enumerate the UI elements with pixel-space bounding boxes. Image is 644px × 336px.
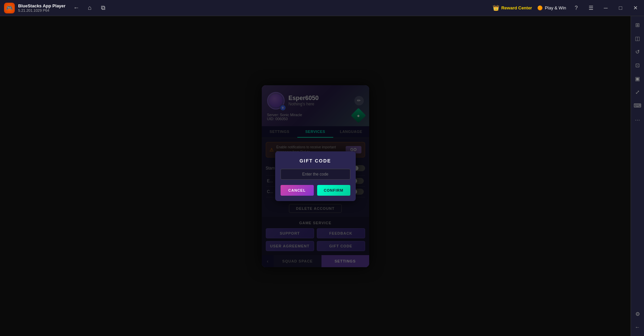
layout-icon[interactable]: ⊞ <box>632 19 644 31</box>
maximize-button[interactable]: □ <box>616 3 625 13</box>
modal-overlay: GIFT CODE CANCEL CONFIRM <box>262 85 369 267</box>
play-win-button[interactable]: 🟠 Play & Win <box>537 5 566 10</box>
home-button[interactable]: ⌂ <box>84 3 95 13</box>
game-panel: 9 Esper6050 Nothing's here ✏ Server: Son… <box>262 85 369 267</box>
modal-buttons: CANCEL CONFIRM <box>281 185 350 196</box>
camera-icon[interactable]: ⊡ <box>632 59 644 71</box>
back-button[interactable]: ← <box>71 3 82 13</box>
hamburger-button[interactable]: ☰ <box>586 3 596 13</box>
app-name: BlueStacks App Player <box>18 3 65 9</box>
topbar-right: 👑 Reward Center 🟠 Play & Win ? ☰ ─ □ ✕ <box>493 3 640 13</box>
right-sidebar: ⊞ ◫ ↺ ⊡ ▣ ⤢ ⌨ … ⚙ ← <box>631 16 644 336</box>
settings-icon[interactable]: ⚙ <box>632 308 644 320</box>
app-logo: 🎮 <box>4 3 15 13</box>
play-win-icon: 🟠 <box>537 5 543 10</box>
confirm-button[interactable]: CONFIRM <box>317 185 350 196</box>
close-button[interactable]: ✕ <box>631 3 640 13</box>
minimize-button[interactable]: ─ <box>601 3 610 13</box>
modal-title: GIFT CODE <box>281 158 350 163</box>
play-win-label: Play & Win <box>545 5 566 10</box>
gift-code-input[interactable] <box>281 169 350 180</box>
help-button[interactable]: ? <box>572 3 581 13</box>
topbar: 🎮 BlueStacks App Player 5.21.201.1029 P6… <box>0 0 644 16</box>
gift-code-modal: GIFT CODE CANCEL CONFIRM <box>275 151 356 201</box>
reward-center-button[interactable]: 👑 Reward Center <box>493 5 532 11</box>
cancel-button[interactable]: CANCEL <box>281 185 314 196</box>
app-version: 5.21.201.1029 P64 <box>18 8 65 12</box>
scale-icon[interactable]: ⤢ <box>632 86 644 98</box>
main-area: 9 Esper6050 Nothing's here ✏ Server: Son… <box>0 16 631 336</box>
layers-icon[interactable]: ◫ <box>632 32 644 44</box>
windows-button[interactable]: ⧉ <box>98 3 108 13</box>
more-icon[interactable]: … <box>632 113 644 125</box>
device-icon[interactable]: ▣ <box>632 73 644 85</box>
keyboard-icon[interactable]: ⌨ <box>632 99 644 111</box>
refresh-icon[interactable]: ↺ <box>632 46 644 58</box>
nav-buttons: ← ⌂ ⧉ <box>71 3 108 13</box>
reward-center-label: Reward Center <box>501 5 532 10</box>
arrow-left-icon[interactable]: ← <box>632 321 644 333</box>
crown-icon: 👑 <box>493 5 499 11</box>
app-info: BlueStacks App Player 5.21.201.1029 P64 <box>18 3 65 13</box>
